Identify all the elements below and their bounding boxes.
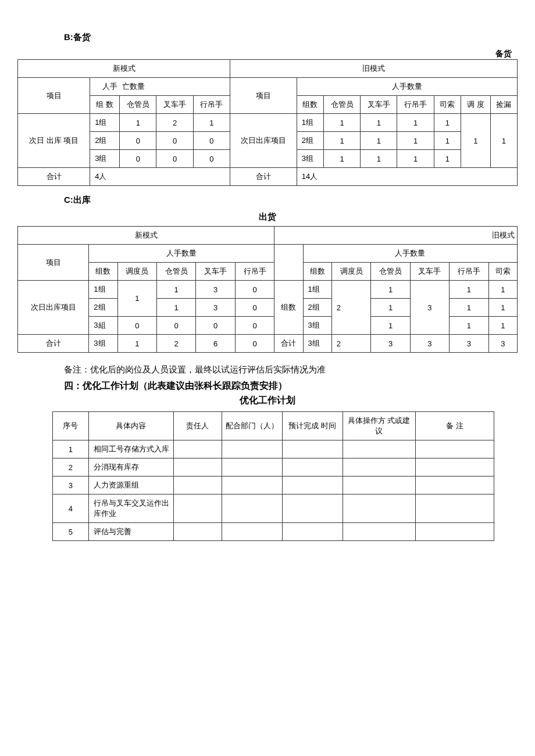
col-forklift2: 叉车手 (361, 96, 397, 114)
cell: 1 (361, 150, 397, 168)
col-forklift: 叉车手 (156, 96, 193, 114)
cell (415, 495, 494, 523)
header-project2: 项目 (230, 78, 297, 114)
cell: 0 (235, 335, 274, 353)
cell: 0 (156, 150, 193, 168)
cell: 0 (156, 317, 195, 335)
header-project: 项目 (18, 245, 89, 281)
table-row: 合计 4人 合计 14人 (18, 168, 518, 186)
cell (282, 476, 343, 495)
cell (343, 440, 415, 458)
col-forklift: 叉车手 (196, 263, 235, 281)
cell-newtotal: 4人 (90, 168, 230, 186)
cell: 2组 (89, 299, 117, 317)
table-plan: 序号 具体内容 责任人 配合部门（人） 预计完成 时间 具体操作方 式或建议 备… (52, 411, 494, 541)
cell: 1组 (89, 281, 117, 299)
header-newmode: 新模式 (18, 60, 230, 78)
cell: 1 (397, 114, 434, 132)
cell (222, 523, 282, 541)
cell: 3 (488, 335, 517, 353)
section-c-center: 出货 (17, 212, 518, 223)
col-warehouse: 仓管员 (120, 96, 156, 114)
col-crane2: 行吊手 (450, 263, 488, 281)
cell (282, 523, 343, 541)
col-warehouse2: 仓管员 (323, 96, 360, 114)
col-groupnum: 组数 (89, 263, 117, 281)
cell-total: 合计 (18, 168, 90, 186)
table-row: 4 行吊与叉车交叉运作出库作业 (53, 495, 494, 523)
cell: 2 (156, 335, 195, 353)
table-row: 1 相同工号存储方式入库 (53, 440, 494, 458)
cell: 6 (196, 335, 235, 353)
cell: 行吊与叉车交叉运作出库作业 (88, 495, 173, 523)
table-row: 2 分消现有库存 (53, 458, 494, 476)
header-blank (274, 245, 303, 281)
remark-note: 备注：优化后的岗位及人员设置，最终以试运行评估后实际情况为准 (64, 364, 518, 375)
cell (415, 476, 494, 495)
table-row: 项目 人手数量 人手数量 (18, 245, 518, 263)
table-row: 序号 具体内容 责任人 配合部门（人） 预计完成 时间 具体操作方 式或建议 备… (53, 412, 494, 440)
cell: 3 (410, 281, 449, 335)
section-b-title: B:备货 (64, 32, 518, 43)
table-row: 项目 人手 亡数量 项目 人手数量 (18, 78, 518, 96)
header-oldmode: 旧模式 (274, 227, 518, 245)
cell: 1 (450, 299, 488, 317)
col-remark: 备 注 (415, 412, 494, 440)
cell: 2组 (297, 132, 323, 150)
cell (343, 458, 415, 476)
cell: 1 (397, 132, 434, 150)
cell: 1 (450, 281, 488, 299)
cell: 1 (488, 317, 517, 335)
section-b-right-label: 备货 (17, 49, 512, 59)
cell: 0 (156, 132, 193, 150)
header-headcount2: 人手数量 (303, 245, 517, 263)
cell-total: 合计 (18, 335, 89, 353)
col-warehouse2: 仓管员 (371, 263, 410, 281)
cell (222, 440, 282, 458)
cell: 1组 (303, 281, 331, 299)
cell: 1 (323, 150, 360, 168)
cell (173, 440, 222, 458)
table-b: 新模式 旧模式 项目 人手 亡数量 项目 人手数量 组 数 仓管员 叉车手 行吊… (17, 59, 518, 186)
cell: 2组 (90, 132, 120, 150)
cell: 0 (193, 132, 230, 150)
table-row: 组数 调度员 仓管员 叉车手 行吊手 组数 调度员 仓管员 叉车手 行吊手 司索 (18, 263, 518, 281)
col-warehouse: 仓管员 (156, 263, 195, 281)
cell (343, 476, 415, 495)
cell: 3组 (90, 150, 120, 168)
cell: 1 (450, 317, 488, 335)
cell-group: 组数 (274, 281, 303, 335)
col-leak: 捡漏 (490, 96, 517, 114)
section-4-title: 四：优化工作计划（此表建议由张科长跟踪负责安排） (64, 380, 518, 392)
section-c-title: C:出库 (64, 195, 518, 206)
cell: 1 (361, 132, 397, 150)
cell: 1 (117, 281, 156, 317)
plan-title: 优化工作计划 (17, 395, 518, 407)
table-row: 次日 出库 项目 1组 1 2 1 次日出库项目 1组 1 1 1 1 1 1 (18, 114, 518, 132)
cell: 1 (120, 114, 156, 132)
cell: 1 (488, 299, 517, 317)
cell-nextday2: 次日出库项目 (230, 114, 297, 168)
cell: 1 (53, 440, 89, 458)
col-responsible: 责任人 (173, 412, 222, 440)
cell (415, 523, 494, 541)
col-seq: 序号 (53, 412, 89, 440)
cell: 1 (434, 150, 461, 168)
cell: 1组 (90, 114, 120, 132)
cell: 0 (196, 317, 235, 335)
col-sisuo: 司索 (488, 263, 517, 281)
header-oldmode: 旧模式 (230, 60, 518, 78)
cell-dispatch: 1 (461, 114, 490, 168)
cell-total2: 合计 (274, 335, 303, 353)
cell (173, 523, 222, 541)
col-crane2: 行吊手 (397, 96, 434, 114)
cell: 3 (196, 281, 235, 299)
cell: 0 (120, 132, 156, 150)
cell (282, 440, 343, 458)
col-method: 具体操作方 式或建议 (343, 412, 415, 440)
cell: 1 (117, 335, 156, 353)
cell: 人力资源重组 (88, 476, 173, 495)
cell: 1组 (297, 114, 323, 132)
col-coop: 配合部门（人） (222, 412, 282, 440)
cell-oldtotal: 14人 (297, 168, 517, 186)
